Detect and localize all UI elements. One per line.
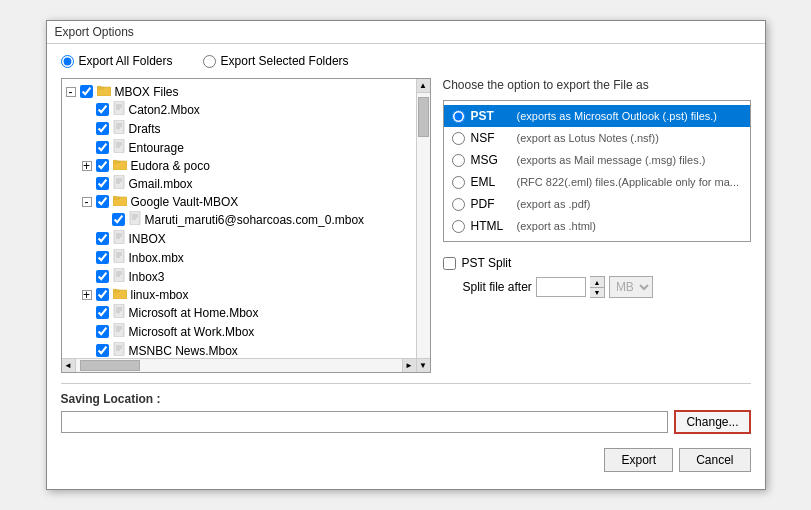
tree-item-icon: [113, 304, 125, 321]
export-radio-msg[interactable]: [452, 154, 465, 167]
export-radio-pdf[interactable]: [452, 198, 465, 211]
export-selected-label[interactable]: Export Selected Folders: [203, 54, 349, 68]
tree-item-checkbox[interactable]: [96, 251, 109, 264]
tree-item-label: Inbox3: [129, 270, 165, 284]
export-option-msg[interactable]: MSG(exports as Mail message (.msg) files…: [444, 149, 750, 171]
tree-item[interactable]: Inbox.mbx: [66, 248, 410, 267]
split-value-input[interactable]: 100: [536, 277, 586, 297]
scroll-right-btn[interactable]: ►: [402, 359, 416, 372]
export-radio-html[interactable]: [452, 220, 465, 233]
tree-item[interactable]: +linux-mbox: [66, 286, 410, 303]
tree-item[interactable]: +Eudora & poco: [66, 157, 410, 174]
tree-expander[interactable]: +: [82, 161, 92, 171]
bottom-buttons: Export Cancel: [61, 448, 751, 476]
tree-item-label: Drafts: [129, 122, 161, 136]
tree-item-checkbox[interactable]: [96, 344, 109, 357]
svg-rect-22: [130, 211, 140, 225]
export-option-html[interactable]: HTML(export as .html): [444, 215, 750, 237]
tree-item-checkbox[interactable]: [96, 103, 109, 116]
export-all-radio[interactable]: [61, 55, 74, 68]
scroll-thumb[interactable]: [418, 97, 429, 137]
export-radio-nsf[interactable]: [452, 132, 465, 145]
tree-item-icon: [129, 211, 141, 228]
tree-expander[interactable]: -: [66, 87, 76, 97]
svg-rect-10: [114, 139, 124, 153]
tree-item-checkbox[interactable]: [96, 122, 109, 135]
saving-path-input[interactable]: C:\Users\admin\Desktop: [61, 411, 669, 433]
svg-rect-1: [97, 87, 103, 89]
tree-item-checkbox[interactable]: [96, 325, 109, 338]
export-option-label: PDF: [471, 197, 511, 211]
tree-item-icon: [113, 249, 125, 266]
tree-expander[interactable]: -: [82, 197, 92, 207]
main-content: -MBOX FilesCaton2.MboxDraftsEntourage+Eu…: [61, 78, 751, 373]
tree-item[interactable]: Microsoft at Home.Mbox: [66, 303, 410, 322]
scroll-track: [417, 93, 430, 358]
tree-item-icon: [113, 101, 125, 118]
saving-label: Saving Location :: [61, 392, 751, 406]
right-panel: Choose the option to export the File as …: [443, 78, 751, 373]
tree-item[interactable]: Inbox3: [66, 267, 410, 286]
svg-rect-26: [114, 230, 124, 244]
scroll-hthumb[interactable]: [80, 360, 140, 371]
tree-item[interactable]: -MBOX Files: [66, 83, 410, 100]
pst-split-row: PST Split: [443, 256, 751, 270]
horizontal-scrollbar[interactable]: ◄ ►: [62, 358, 416, 372]
export-radio-eml[interactable]: [452, 176, 465, 189]
export-options-list: PST(exports as Microsoft Outlook (.pst) …: [443, 100, 751, 242]
tree-item-checkbox[interactable]: [80, 85, 93, 98]
tree-item-checkbox[interactable]: [96, 306, 109, 319]
spin-down-btn[interactable]: ▼: [590, 287, 604, 297]
export-option-label: PST: [471, 109, 511, 123]
export-option-pdf[interactable]: PDF(export as .pdf): [444, 193, 750, 215]
tree-item-checkbox[interactable]: [96, 141, 109, 154]
tree-item-checkbox[interactable]: [96, 195, 109, 208]
svg-rect-39: [113, 290, 119, 292]
tree-item[interactable]: Caton2.Mbox: [66, 100, 410, 119]
export-selected-text: Export Selected Folders: [221, 54, 349, 68]
export-button[interactable]: Export: [604, 448, 673, 472]
tree-item-checkbox[interactable]: [96, 159, 109, 172]
spin-up-btn[interactable]: ▲: [590, 277, 604, 287]
tree-item[interactable]: Maruti_maruti6@soharcoas.com_0.mbox: [66, 210, 410, 229]
tree-item[interactable]: INBOX: [66, 229, 410, 248]
pst-split-checkbox[interactable]: [443, 257, 456, 270]
export-radio-pst[interactable]: [452, 110, 465, 123]
tree-item-checkbox[interactable]: [96, 232, 109, 245]
change-button[interactable]: Change...: [674, 410, 750, 434]
export-all-label[interactable]: Export All Folders: [61, 54, 173, 68]
export-mode-row: Export All Folders Export Selected Folde…: [61, 54, 751, 68]
tree-item[interactable]: -Google Vault-MBOX: [66, 193, 410, 210]
tree-item[interactable]: Entourage: [66, 138, 410, 157]
tree-item-checkbox[interactable]: [96, 288, 109, 301]
tree-item-icon: [113, 268, 125, 285]
tree-item-label: Microsoft at Home.Mbox: [129, 306, 259, 320]
tree-item[interactable]: MSNBC News.Mbox: [66, 341, 410, 358]
svg-rect-21: [113, 197, 119, 199]
export-selected-radio[interactable]: [203, 55, 216, 68]
scroll-left-btn[interactable]: ◄: [62, 359, 76, 372]
export-option-eml[interactable]: EML(RFC 822(.eml) files.(Applicable only…: [444, 171, 750, 193]
tree-no-expander: [82, 179, 92, 189]
tree-no-expander: [82, 143, 92, 153]
scroll-htrack: [76, 359, 402, 372]
tree-item-icon: [113, 158, 127, 173]
tree-expander[interactable]: +: [82, 290, 92, 300]
tree-item-checkbox[interactable]: [96, 270, 109, 283]
cancel-button[interactable]: Cancel: [679, 448, 750, 472]
tree-item-checkbox[interactable]: [112, 213, 125, 226]
tree-item[interactable]: Drafts: [66, 119, 410, 138]
export-option-desc: (export as .pdf): [517, 198, 591, 210]
vertical-scrollbar[interactable]: ▲ ▼: [416, 79, 430, 372]
scroll-down-btn[interactable]: ▼: [417, 358, 430, 372]
tree-item[interactable]: Microsoft at Work.Mbox: [66, 322, 410, 341]
split-unit-select[interactable]: MB GB: [609, 276, 653, 298]
tree-scroll-area[interactable]: -MBOX FilesCaton2.MboxDraftsEntourage+Eu…: [62, 79, 430, 358]
export-option-nsf[interactable]: NSF(export as Lotus Notes (.nsf)): [444, 127, 750, 149]
tree-item[interactable]: Gmail.mbox: [66, 174, 410, 193]
tree-item-icon: [113, 323, 125, 340]
tree-item-icon: [113, 194, 127, 209]
export-option-pst[interactable]: PST(exports as Microsoft Outlook (.pst) …: [444, 105, 750, 127]
scroll-up-btn[interactable]: ▲: [417, 79, 430, 93]
tree-item-checkbox[interactable]: [96, 177, 109, 190]
